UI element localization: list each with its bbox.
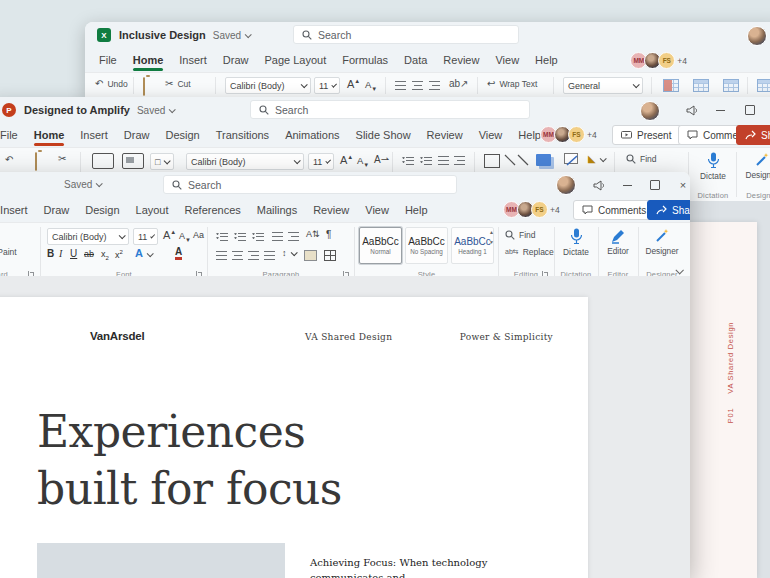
tab-design[interactable]: Design (157, 126, 207, 144)
account-avatar[interactable] (556, 175, 576, 195)
find-button[interactable]: Find (626, 154, 657, 164)
document-page[interactable]: VanArsdel VA Shared Design Power & Simpl… (0, 297, 588, 578)
tab-help[interactable]: Help (397, 201, 436, 219)
avatar-fs[interactable]: FS (568, 126, 585, 143)
excel-saved-status[interactable]: Saved (213, 30, 250, 41)
paste-button[interactable] (35, 153, 37, 171)
italic-button[interactable]: I (59, 248, 62, 259)
cut-button[interactable]: ✂Cut (165, 78, 191, 89)
tab-formulas[interactable]: Formulas (334, 51, 396, 69)
strikethrough-button[interactable]: ab (84, 249, 94, 259)
grow-font-button[interactable]: A▲ (163, 229, 176, 241)
tab-help[interactable]: Help (527, 51, 566, 69)
undo-button[interactable]: ↶ (5, 154, 13, 165)
tab-animations[interactable]: Animations (277, 126, 347, 144)
tab-transitions[interactable]: Transitions (208, 126, 277, 144)
superscript-button[interactable]: x2 (115, 249, 123, 260)
font-size-select[interactable]: 11 (133, 228, 158, 245)
share-button[interactable]: Share (736, 125, 770, 145)
presence-overflow[interactable]: +4 (677, 56, 687, 66)
avatar-fs[interactable]: FS (531, 201, 548, 218)
account-avatar[interactable] (640, 101, 660, 121)
paste-button[interactable] (143, 78, 145, 96)
tab-data[interactable]: Data (396, 51, 435, 69)
scroll-up-icon[interactable]: ▲ (489, 229, 494, 235)
align-bottom-icon[interactable] (429, 81, 440, 90)
style-no-spacing[interactable]: AaBbCcNo Spacing (405, 227, 448, 264)
pilcrow-icon[interactable]: ¶ (326, 229, 331, 240)
justify-icon[interactable] (264, 251, 275, 260)
excel-search-input[interactable]: Search (293, 25, 519, 44)
tab-layout[interactable]: Layout (128, 201, 177, 219)
style-normal[interactable]: AaBbCcNormal (359, 227, 402, 264)
new-slide-icon[interactable] (92, 153, 114, 169)
tab-insert[interactable]: Insert (171, 51, 215, 69)
tab-file[interactable]: File (0, 126, 26, 144)
multilevel-list-icon[interactable] (252, 232, 264, 241)
tab-draw[interactable]: Draw (36, 201, 78, 219)
numbering-icon[interactable] (234, 232, 246, 241)
maximize-button[interactable] (641, 172, 669, 198)
conditional-formatting-icon[interactable] (663, 79, 679, 92)
text-effects-button[interactable]: A (135, 247, 152, 259)
borders-icon[interactable] (324, 250, 336, 261)
maximize-button[interactable] (736, 97, 764, 123)
minimize-button[interactable] (613, 172, 641, 198)
bullets-icon[interactable] (216, 232, 228, 241)
style-heading-1[interactable]: AaBbCcHeading 1 (451, 227, 494, 264)
tab-review[interactable]: Review (305, 201, 357, 219)
designer-button[interactable]: Designer (740, 152, 770, 180)
tab-draw[interactable]: Draw (215, 51, 257, 69)
scroll-down-icon[interactable]: ▼ (489, 239, 494, 245)
shrink-font-button[interactable]: A▼ (357, 155, 369, 168)
subscript-button[interactable]: x2 (101, 249, 109, 261)
align-left-icon[interactable] (216, 251, 227, 260)
share-button[interactable]: Share (647, 200, 690, 220)
arrange-icon[interactable] (536, 154, 551, 166)
table-style-thumb[interactable] (757, 79, 770, 92)
font-name-select[interactable]: Calibri (Body) (225, 77, 311, 94)
designer-button[interactable]: Designer (641, 228, 683, 256)
tab-home[interactable]: Home (125, 51, 172, 69)
indent-decrease-icon[interactable] (438, 156, 449, 165)
indent-increase-icon[interactable] (288, 232, 299, 241)
ppt-saved-status[interactable]: Saved (137, 105, 174, 116)
bold-button[interactable]: B (47, 248, 54, 259)
style-gallery-scroll[interactable]: ▲ ▼ (489, 229, 494, 245)
cut-button[interactable]: ✂ (58, 153, 66, 164)
comments-button[interactable]: Comments (573, 200, 655, 220)
font-size-select[interactable]: 11 (308, 153, 334, 170)
find-button[interactable]: Find (505, 230, 536, 240)
bullets-icon[interactable] (402, 156, 414, 165)
shape-fill-icon[interactable]: ◣ (588, 153, 605, 164)
align-top-icon[interactable] (395, 81, 406, 90)
numbering-icon[interactable] (420, 156, 432, 165)
format-as-table-icon[interactable] (693, 79, 709, 92)
document-image-placeholder[interactable] (37, 543, 285, 578)
shrink-font-button[interactable]: A▼ (179, 231, 191, 243)
feedback-button[interactable] (678, 97, 706, 123)
tab-mailings[interactable]: Mailings (249, 201, 305, 219)
shading-icon[interactable] (304, 250, 317, 261)
ppt-search-input[interactable]: Search (250, 100, 530, 119)
align-middle-icon[interactable] (412, 81, 423, 90)
indent-increase-icon[interactable] (454, 156, 465, 165)
grow-font-button[interactable]: A▲ (347, 78, 360, 90)
align-center-icon[interactable] (232, 251, 243, 260)
line-spacing-icon[interactable]: ↕ (282, 248, 296, 258)
layout-select[interactable]: □ (150, 153, 174, 170)
cell-styles-icon[interactable] (723, 79, 739, 92)
tab-review[interactable]: Review (419, 126, 471, 144)
close-button[interactable]: × (669, 172, 690, 198)
font-size-select[interactable]: 11 (314, 77, 340, 94)
word-search-input[interactable]: Search (163, 175, 457, 194)
tab-design[interactable]: Design (77, 201, 127, 219)
tab-slide-show[interactable]: Slide Show (348, 126, 419, 144)
dictate-button[interactable]: Dictate (557, 228, 595, 257)
undo-button[interactable]: ↶Undo (95, 78, 128, 89)
tab-insert[interactable]: Insert (72, 126, 116, 144)
shrink-font-button[interactable]: A▼ (365, 79, 377, 92)
tab-home[interactable]: Home (26, 126, 73, 144)
tab-review[interactable]: Review (435, 51, 487, 69)
align-right-icon[interactable] (248, 251, 259, 260)
